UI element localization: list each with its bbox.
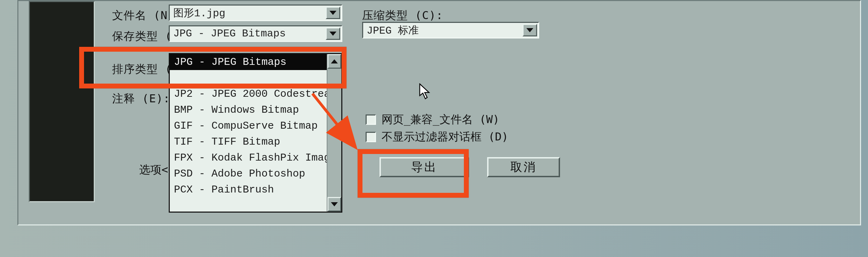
file-type-option[interactable]: GIF - CompuServe Bitmap <box>170 118 341 134</box>
export-dialog: 文件名 (N): 保存类型 (T): 排序类型 (R): 注释 (E): 图形1… <box>17 0 861 225</box>
scroll-up-button[interactable] <box>327 54 341 69</box>
chevron-up-icon <box>331 59 338 63</box>
file-type-option[interactable]: TIF - TIFF Bitmap <box>170 134 341 150</box>
file-type-option[interactable]: PCX - PaintBrush <box>170 182 341 198</box>
preview-area <box>29 1 95 202</box>
checkbox-box-icon <box>366 114 376 125</box>
file-type-option[interactable]: JP2 - JPEG 2000 Codestream <box>170 86 341 102</box>
scroll-down-button[interactable] <box>327 197 341 212</box>
label-notes: 注释 (E): <box>112 91 170 106</box>
cancel-button[interactable]: 取消 <box>487 157 560 177</box>
checkbox-no-filter-label: 不显示过滤器对话框 (D) <box>382 129 508 145</box>
filename-input[interactable]: 图形1.jpg <box>169 5 342 21</box>
file-type-option[interactable]: FPX - Kodak FlashPix Image <box>170 150 341 166</box>
save-type-dropdown-button[interactable] <box>326 27 340 40</box>
save-type-value: JPG - JPEG Bitmaps <box>173 28 286 40</box>
compression-dropdown-button[interactable] <box>523 24 537 36</box>
cancel-button-label: 取消 <box>510 159 537 175</box>
label-compression-type: 压缩类型 (C): <box>362 8 443 23</box>
save-type-combo[interactable]: JPG - JPEG Bitmaps <box>169 25 342 42</box>
file-type-option[interactable]: JPG - JPEG Bitmaps <box>170 54 341 70</box>
chevron-down-icon <box>329 32 336 36</box>
filename-value: 图形1.jpg <box>173 6 225 20</box>
file-type-option[interactable]: BMP - Windows Bitmap <box>170 102 341 118</box>
file-type-option[interactable] <box>170 70 341 86</box>
checkbox-web-compat[interactable]: 网页_兼容_文件名 (W) <box>366 112 500 127</box>
list-scrollbar[interactable] <box>327 54 341 212</box>
file-type-dropdown-list[interactable]: JPG - JPEG Bitmaps JP2 - JPEG 2000 Codes… <box>169 53 342 213</box>
chevron-down-icon <box>331 202 338 206</box>
chevron-down-icon <box>329 11 336 15</box>
chevron-down-icon <box>526 28 533 32</box>
filename-dropdown-button[interactable] <box>326 7 340 19</box>
checkbox-box-icon <box>366 132 376 142</box>
compression-type-combo[interactable]: JPEG 标准 <box>362 22 539 38</box>
export-button[interactable]: 导出 <box>379 157 469 177</box>
file-type-option[interactable]: PSD - Adobe Photoshop <box>170 166 341 182</box>
checkbox-web-compat-label: 网页_兼容_文件名 (W) <box>382 112 500 127</box>
checkbox-no-filter[interactable]: 不显示过滤器对话框 (D) <box>366 129 508 145</box>
export-button-label: 导出 <box>411 159 437 175</box>
compression-value: JPEG 标准 <box>367 23 419 37</box>
